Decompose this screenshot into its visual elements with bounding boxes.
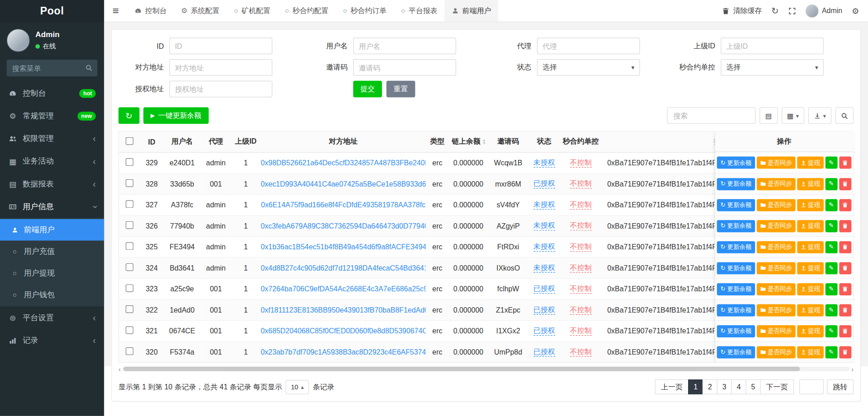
sync-button[interactable]: 是否同步 xyxy=(756,283,795,295)
edit-button[interactable]: ✎ xyxy=(825,178,837,190)
filter-input-用户名[interactable] xyxy=(353,37,456,54)
update-balance-button[interactable]: ↻更新余额 xyxy=(717,199,755,211)
edit-button[interactable]: ✎ xyxy=(825,262,837,274)
next-page-button[interactable]: 下一页 xyxy=(760,379,794,394)
topbar-tab-3[interactable]: ○秒合约配置 xyxy=(278,0,335,22)
delete-button[interactable] xyxy=(839,346,851,358)
update-balance-button[interactable]: ↻更新余额 xyxy=(717,304,755,316)
scrollbar-track[interactable] xyxy=(123,367,849,371)
topbar-tab-2[interactable]: ○矿机配置 xyxy=(227,0,278,22)
columns-button[interactable]: ▦▾ xyxy=(782,108,805,124)
filter-select-秒合约单控[interactable]: 选择▾ xyxy=(721,59,824,76)
refresh-button[interactable]: ↻ xyxy=(118,108,140,124)
control-link[interactable]: 不控制 xyxy=(570,284,592,294)
toggle-view-button[interactable]: ▤ xyxy=(760,108,778,124)
delete-button[interactable] xyxy=(839,262,851,274)
withdraw-button[interactable]: 提现 xyxy=(797,220,824,232)
topbar-tab-0[interactable]: 控制台 xyxy=(127,0,174,22)
status-link[interactable]: 已授权 xyxy=(533,326,555,336)
sort-icon[interactable]: ▴▾ xyxy=(483,140,485,145)
column-header[interactable]: 秒合约单控 xyxy=(560,131,602,152)
row-checkbox[interactable] xyxy=(126,242,133,250)
address-link[interactable]: 0x4d8B27c4c905d62df7d12198DA4fecaC54Bd36… xyxy=(261,263,426,271)
control-link[interactable]: 不控制 xyxy=(570,263,592,273)
delete-button[interactable] xyxy=(839,325,851,337)
filter-input-对方地址[interactable] xyxy=(170,59,273,76)
topbar-tab-4[interactable]: ○秒合约订单 xyxy=(336,0,394,22)
sync-button[interactable]: 是否同步 xyxy=(756,241,795,253)
delete-button[interactable] xyxy=(839,304,851,316)
update-balance-button[interactable]: ↻更新余额 xyxy=(717,325,755,337)
delete-button[interactable] xyxy=(839,178,851,190)
column-header[interactable]: 代理 xyxy=(201,131,231,152)
update-balance-button[interactable]: ↻更新余额 xyxy=(717,346,755,358)
delete-button[interactable] xyxy=(839,157,851,169)
address-link[interactable]: 0x98DB526621a64Dec5cfD324857A487B3FBe240… xyxy=(261,159,426,167)
sidebar-item-2[interactable]: 权限管理‹ xyxy=(0,127,104,150)
delete-button[interactable] xyxy=(839,199,851,211)
control-link[interactable]: 不控制 xyxy=(570,347,592,357)
status-link[interactable]: 未授权 xyxy=(533,221,555,231)
row-checkbox[interactable] xyxy=(126,284,133,292)
update-balance-button[interactable]: ↻更新余额 xyxy=(717,220,755,232)
gear-icon[interactable]: ⚙ xyxy=(852,7,859,15)
topbar-tab-1[interactable]: ⚙系统配置 xyxy=(174,0,226,22)
filter-input-授权地址[interactable] xyxy=(170,81,273,98)
edit-button[interactable]: ✎ xyxy=(825,346,837,358)
withdraw-button[interactable]: 提现 xyxy=(797,346,824,358)
sync-button[interactable]: 是否同步 xyxy=(756,304,795,316)
sidebar-item-6[interactable]: ⊚平台设置‹ xyxy=(0,306,104,329)
row-checkbox[interactable] xyxy=(126,326,133,334)
sidebar-item-0[interactable]: 控制台hot xyxy=(0,82,104,104)
sidebar-subitem-0[interactable]: 前端用户 xyxy=(0,219,104,241)
scroll-right-icon[interactable]: › xyxy=(851,365,854,373)
column-header[interactable]: 对方地址 xyxy=(261,131,426,152)
control-link[interactable]: 不控制 xyxy=(570,158,592,168)
row-checkbox[interactable] xyxy=(126,263,133,271)
sync-button[interactable]: 是否同步 xyxy=(756,199,795,211)
table-search-input[interactable] xyxy=(667,108,756,124)
address-link[interactable]: 0x23ab7b7df709c1A5938B3ac8D2923c4E6AF537… xyxy=(261,348,426,356)
reset-button[interactable]: 重置 xyxy=(387,81,415,98)
edit-button[interactable]: ✎ xyxy=(825,220,837,232)
sidebar-item-1[interactable]: ⚙常规管理new xyxy=(0,104,104,127)
edit-button[interactable]: ✎ xyxy=(825,283,837,295)
row-checkbox[interactable] xyxy=(126,158,133,166)
scroll-left-icon[interactable]: ‹ xyxy=(118,365,121,373)
status-link[interactable]: 未授权 xyxy=(533,242,555,252)
withdraw-button[interactable]: 提现 xyxy=(797,241,824,253)
withdraw-button[interactable]: 提现 xyxy=(797,178,824,190)
column-header[interactable]: ID xyxy=(140,131,163,152)
column-header[interactable]: 上级ID xyxy=(231,131,261,152)
status-link[interactable]: 未授权 xyxy=(533,158,555,168)
control-link[interactable]: 不控制 xyxy=(570,326,592,336)
update-balance-button[interactable]: ↻更新余额 xyxy=(717,283,755,295)
update-balance-button[interactable]: ↻更新余额 xyxy=(717,178,755,190)
status-link[interactable]: 已授权 xyxy=(533,347,555,357)
update-balance-button[interactable]: ↻更新余额 xyxy=(717,262,755,274)
control-link[interactable]: 不控制 xyxy=(570,242,592,252)
sidebar-subitem-1[interactable]: ○用户充值 xyxy=(0,241,104,262)
page-button-1[interactable]: 1 xyxy=(688,379,703,394)
sync-button[interactable]: 是否同步 xyxy=(756,157,795,169)
topbar-user[interactable]: Admin xyxy=(805,4,842,17)
withdraw-button[interactable]: 提现 xyxy=(797,199,824,211)
batch-update-button[interactable]: ▶ 一键更新余额 xyxy=(143,108,208,124)
status-link[interactable]: 已授权 xyxy=(533,284,555,294)
status-link[interactable]: 未授权 xyxy=(533,200,555,210)
sidebar-item-4[interactable]: ▤数据报表‹ xyxy=(0,173,104,195)
filter-input-代理[interactable] xyxy=(537,37,640,54)
prev-page-button[interactable]: 上一页 xyxy=(655,379,689,394)
row-checkbox[interactable] xyxy=(126,200,133,208)
topbar-tab-6[interactable]: 前端用户 xyxy=(444,0,498,22)
delete-button[interactable] xyxy=(839,241,851,253)
filter-input-ID[interactable] xyxy=(170,37,273,54)
control-link[interactable]: 不控制 xyxy=(570,179,592,189)
export-button[interactable]: ▾ xyxy=(808,108,831,124)
address-link[interactable]: 0xec1D993A40441C4ae07425a5BeCe1e58B933d6… xyxy=(261,179,426,187)
sidebar-item-5[interactable]: 用户信息‹ xyxy=(0,195,104,218)
search-toggle-button[interactable] xyxy=(835,108,854,124)
filter-select-状态[interactable]: 选择▾ xyxy=(537,59,640,76)
fullscreen-icon[interactable] xyxy=(788,7,796,14)
clear-cache-button[interactable]: 清除缓存 xyxy=(722,6,762,16)
